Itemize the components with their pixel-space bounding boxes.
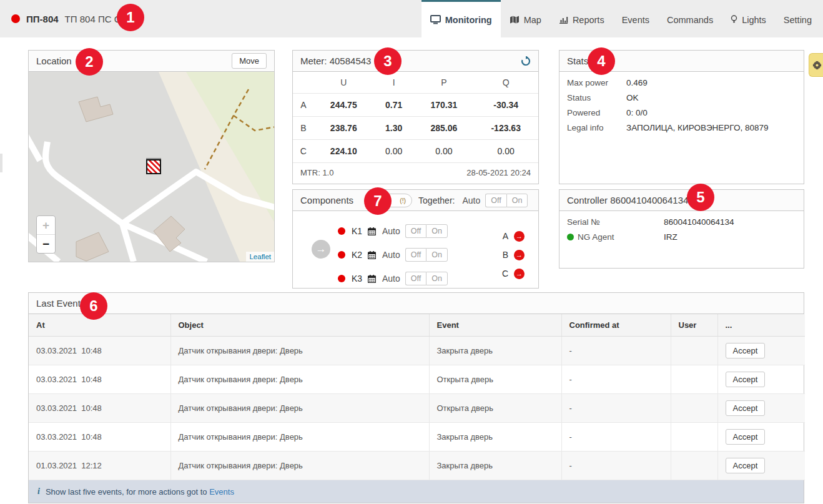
accept-button[interactable]: Accept (726, 429, 766, 445)
accept-button[interactable]: Accept (726, 458, 766, 473)
calendar-icon[interactable] (368, 251, 376, 259)
map-zoom-out-button[interactable]: − (37, 235, 55, 254)
together-off-on-group: Off On (485, 194, 528, 207)
component-status-dot (338, 275, 345, 282)
phase-letter: C (502, 269, 508, 279)
meter-timestamp: 28-05-2021 20:24 (466, 168, 531, 177)
together-on-button[interactable]: On (506, 194, 528, 207)
together-label: Together: (418, 195, 455, 205)
annotation-badge-2: 2 (76, 48, 103, 76)
meter-column-q: Q (473, 72, 538, 94)
event-row: 03.03.2021 10:48Датчик открывания двери:… (29, 337, 805, 365)
toggle-warning-label: (!) (400, 197, 406, 204)
annotation-badge-1: 1 (117, 4, 144, 31)
tab-label: Setting (784, 15, 812, 25)
tab-monitoring[interactable]: Monitoring (421, 0, 501, 37)
calendar-icon[interactable] (368, 275, 376, 283)
component-off-button[interactable]: Off (405, 272, 426, 285)
stat-row: Powered0: 0/0 (567, 108, 796, 117)
object-title-block: ПП-804 ТП 804 ПС ССК (0, 0, 133, 37)
stat-row: Max power0.469 (567, 78, 796, 87)
event-user (671, 394, 717, 423)
object-map-marker[interactable] (146, 159, 161, 174)
event-user (671, 337, 717, 365)
refresh-icon[interactable] (521, 56, 531, 66)
map-zoom-in-button[interactable]: + (37, 216, 55, 235)
component-off-on-group: OffOn (405, 272, 448, 285)
gear-icon (812, 61, 822, 70)
controller-title: Controller 860041040064134 (567, 195, 688, 205)
calendar-icon[interactable] (368, 227, 376, 235)
component-name: K3 (352, 274, 367, 284)
phase-command-a: A→ (503, 227, 525, 245)
tab-setting[interactable]: Setting (775, 0, 821, 37)
component-on-button[interactable]: On (426, 248, 448, 262)
phase-go-arrow-icon[interactable]: → (514, 231, 525, 242)
stat-value: 0.469 (626, 78, 648, 87)
monitor-icon (430, 15, 441, 24)
light-icon (731, 15, 737, 24)
phase-command-b: B→ (503, 246, 525, 264)
meter-row-c: C224.100.000.000.00 (293, 140, 538, 163)
collapsed-sidebar-handle[interactable] (0, 154, 2, 172)
component-on-button[interactable]: On (426, 272, 448, 285)
component-off-on-group: OffOn (405, 248, 448, 262)
components-title: Components (300, 195, 353, 205)
stats-list: Max power0.469StatusOKPowered0: 0/0Legal… (559, 72, 804, 144)
component-off-button[interactable]: Off (405, 224, 426, 238)
event-object: Датчик открывания двери: Дверь (170, 365, 429, 394)
meter-footer: MTR: 1.0 28-05-2021 20:24 (293, 162, 538, 182)
info-icon: i (37, 487, 40, 497)
event-confirmed-at: - (561, 423, 671, 452)
event-confirmed-at: - (561, 337, 671, 365)
phase-label: A (293, 94, 314, 117)
controller-label: NG Agent (578, 232, 614, 242)
accept-button[interactable]: Accept (726, 343, 766, 358)
event-name: Закрыта дверь (429, 337, 561, 365)
accept-button[interactable]: Accept (726, 400, 766, 416)
last-events-panel: Last Events AtObjectEventConfirmed atUse… (28, 292, 804, 503)
expand-arrow-icon[interactable]: → (312, 240, 330, 259)
components-panel-header: Components × (!) Together: Auto Off On (293, 190, 538, 211)
annotation-badge-5: 5 (687, 184, 714, 211)
meter-value-a-i: 0.71 (373, 94, 415, 117)
tab-commands[interactable]: Commands (658, 0, 722, 37)
phase-go-arrow-icon[interactable]: → (514, 269, 525, 279)
accept-button[interactable]: Accept (726, 372, 766, 387)
map-canvas[interactable]: + − Leaflet (29, 72, 274, 262)
tab-label: Events (622, 15, 649, 25)
move-button[interactable]: Move (232, 53, 267, 69)
tab-reports[interactable]: Reports (550, 0, 613, 37)
controller-row: NG AgentIRZ (567, 232, 796, 242)
component-auto-label: Auto (382, 274, 400, 284)
events-footer-link[interactable]: Events (209, 487, 234, 497)
event-row: 03.03.2021 10:48Датчик открывания двери:… (29, 423, 805, 452)
tab-label: Commands (667, 15, 713, 25)
meter-value-b-q: -123.63 (473, 117, 538, 140)
meter-column-p: P (415, 72, 474, 94)
phase-go-arrow-icon[interactable]: → (514, 250, 525, 260)
component-on-button[interactable]: On (426, 224, 448, 238)
tab-lights[interactable]: Lights (722, 0, 775, 37)
object-status-dot (11, 14, 20, 23)
events-table: AtObjectEventConfirmed atUser... 03.03.2… (29, 314, 805, 480)
last-events-title: Last Events (36, 298, 85, 309)
components-panel: Components × (!) Together: Auto Off On →… (292, 189, 539, 289)
meter-panel: Meter: 40584543 UIPQ A244.750.71170.31-3… (292, 50, 539, 184)
leaflet-attribution-link[interactable]: Leaflet (246, 252, 274, 262)
component-off-button[interactable]: Off (405, 248, 426, 262)
event-at: 03.03.2021 10:48 (29, 394, 170, 423)
stat-value: 0: 0/0 (626, 108, 648, 117)
event-confirmed-at: - (561, 394, 671, 423)
controller-label: Serial № (567, 217, 600, 227)
meter-value-b-u: 238.76 (314, 117, 373, 140)
together-off-button[interactable]: Off (485, 194, 506, 207)
tab-map[interactable]: Map (501, 0, 550, 37)
meter-row-b: B238.761.30285.06-123.63 (293, 117, 538, 140)
settings-flyout-button[interactable] (809, 53, 823, 77)
components-body: → K1AutoOffOnA→K2AutoOffOnB→K3AutoOffOnC… (293, 211, 538, 289)
meter-value-a-u: 244.75 (314, 94, 373, 117)
phase-letter: B (503, 250, 508, 260)
component-off-on-group: OffOn (405, 224, 448, 238)
tab-events[interactable]: Events (613, 0, 658, 37)
